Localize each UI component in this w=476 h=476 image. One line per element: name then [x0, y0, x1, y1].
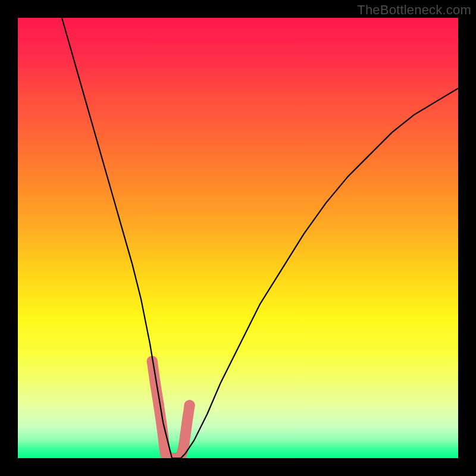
- svg-point-3: [156, 418, 167, 428]
- svg-point-1: [150, 378, 161, 389]
- svg-point-13: [180, 431, 190, 441]
- svg-point-15: [184, 400, 195, 411]
- watermark-label: TheBottleneck.com: [357, 2, 471, 18]
- svg-point-2: [154, 400, 164, 411]
- chart-plot-area: [18, 18, 458, 458]
- chart-frame: TheBottleneck.com: [0, 0, 476, 476]
- bottleneck-curve: [62, 18, 458, 458]
- chart-svg: [18, 18, 458, 458]
- svg-point-14: [181, 418, 192, 428]
